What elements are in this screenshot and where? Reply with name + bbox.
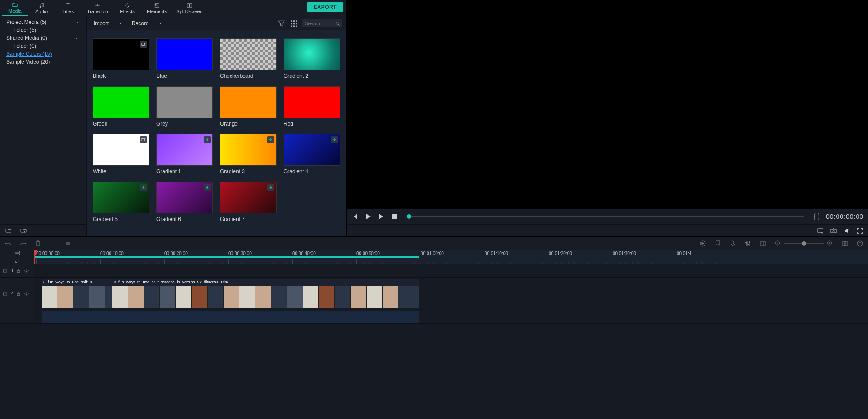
record-label: Record xyxy=(132,20,149,27)
media-tree-panel: Project Media (5)Folder (5)Shared Media … xyxy=(0,16,87,236)
tab-elements[interactable]: Elements xyxy=(140,0,173,16)
download-icon[interactable] xyxy=(204,136,211,143)
lock-icon[interactable] xyxy=(16,268,21,274)
track-header-3[interactable]: 3 xyxy=(0,264,34,277)
preview-controls: {} 00:00:00:00 xyxy=(347,209,868,224)
mark-in-out[interactable]: {} xyxy=(813,213,820,221)
thumbnail-item[interactable]: Gradient 3 xyxy=(220,134,277,175)
tree-item[interactable]: Sample Colors (15) xyxy=(4,50,83,58)
track-header-audio[interactable] xyxy=(0,310,34,323)
thumbnail-item[interactable]: Black xyxy=(93,38,149,79)
voiceover-icon[interactable] xyxy=(729,240,736,247)
undo-icon[interactable] xyxy=(4,240,11,247)
thumbnail-item[interactable]: Blue xyxy=(156,38,213,79)
thumbnail-item[interactable]: Gradient 2 xyxy=(284,38,340,79)
snapshot-icon[interactable] xyxy=(830,227,837,234)
thumbnail-item[interactable]: Orange xyxy=(220,86,277,127)
thumbnail-item[interactable]: Gradient 1 xyxy=(156,134,213,175)
zoom-fit-icon[interactable] xyxy=(841,240,849,247)
adjust-icon[interactable] xyxy=(64,240,72,247)
svg-rect-31 xyxy=(845,241,847,246)
work-area[interactable] xyxy=(34,256,419,258)
stop-icon[interactable] xyxy=(391,213,398,220)
download-icon[interactable] xyxy=(204,184,211,191)
download-icon[interactable] xyxy=(331,136,338,143)
new-folder-icon[interactable] xyxy=(4,227,12,235)
tab-effects[interactable]: Effects xyxy=(114,0,140,16)
tree-item[interactable]: Shared Media (0) xyxy=(4,34,83,42)
thumbnail-item[interactable]: Red xyxy=(284,86,340,127)
chevron-down-icon[interactable] xyxy=(75,19,79,24)
filter-icon[interactable] xyxy=(277,19,285,27)
volume-icon[interactable] xyxy=(843,227,850,234)
thumbnail-item[interactable]: Gradient 7 xyxy=(220,182,277,222)
marker-icon[interactable] xyxy=(714,240,721,247)
track-header-2[interactable]: 2 xyxy=(0,278,34,310)
tree-item[interactable]: Project Media (5) xyxy=(4,18,83,26)
record-dropdown[interactable]: Record xyxy=(129,19,165,27)
redo-icon[interactable] xyxy=(19,240,27,247)
video-clip[interactable]: 3_fun_ways_to_use_split_screens_in_versi… xyxy=(112,279,419,308)
thumbnail-item[interactable]: Green xyxy=(93,86,149,127)
tree-item[interactable]: Folder (5) xyxy=(4,26,83,34)
timeline-ruler[interactable]: 00:00:00:0000:00:10:0000:00:20:0000:00:3… xyxy=(34,250,868,264)
thumbnail-item[interactable]: Grey xyxy=(156,86,213,127)
add-icon[interactable] xyxy=(140,41,147,48)
download-icon[interactable] xyxy=(140,184,147,191)
tree-item[interactable]: Folder (0) xyxy=(4,42,83,50)
ruler-timestamp: 00:00:40:00 xyxy=(292,251,316,256)
tab-audio[interactable]: Audio xyxy=(28,0,55,16)
audio-mixer-icon[interactable] xyxy=(744,240,751,247)
preview-canvas[interactable] xyxy=(347,0,868,209)
thumbnail-item[interactable]: Gradient 5 xyxy=(93,182,149,222)
eye-icon[interactable] xyxy=(24,291,29,297)
play-icon[interactable] xyxy=(364,213,371,220)
zoom-in-icon[interactable] xyxy=(826,240,834,247)
zoom-slider[interactable] xyxy=(784,243,824,244)
export-button[interactable]: EXPORT xyxy=(307,2,343,12)
link-icon[interactable] xyxy=(14,258,20,264)
chevron-down-icon[interactable] xyxy=(75,35,79,40)
thumbnail-item[interactable]: Gradient 4 xyxy=(284,134,340,175)
ruler-timestamp: 00:01:10:00 xyxy=(485,251,508,256)
eye-icon[interactable] xyxy=(24,268,29,274)
tree-item[interactable]: Sample Video (20) xyxy=(4,58,83,66)
delete-icon[interactable] xyxy=(34,240,42,247)
download-icon[interactable] xyxy=(267,184,274,191)
crop-icon[interactable] xyxy=(759,240,766,247)
svg-point-40 xyxy=(26,293,27,294)
thumbnail-grid: BlackBlueCheckerboardGradient 2GreenGrey… xyxy=(87,30,346,236)
step-back-icon[interactable] xyxy=(351,213,358,220)
lock-icon[interactable] xyxy=(16,291,21,297)
svg-point-24 xyxy=(746,242,747,244)
video-clip[interactable]: 3_fun_ways_to_use_split_s xyxy=(42,279,112,308)
ruler-timestamp: 00:00:50:00 xyxy=(356,251,380,256)
render-icon[interactable] xyxy=(699,240,706,247)
preview-scrubber[interactable] xyxy=(407,216,804,217)
split-icon[interactable] xyxy=(49,240,57,247)
tab-titles[interactable]: Titles xyxy=(55,0,81,16)
svg-rect-7 xyxy=(293,20,295,22)
svg-rect-11 xyxy=(296,23,297,24)
import-dropdown[interactable]: Import xyxy=(91,19,125,27)
help-icon[interactable] xyxy=(857,240,864,247)
playhead[interactable] xyxy=(34,250,35,264)
thumbnail-label: Checkerboard xyxy=(220,73,277,79)
add-icon[interactable] xyxy=(140,136,147,143)
grid-view-icon[interactable] xyxy=(290,19,298,27)
snapshot-area-icon[interactable] xyxy=(817,227,824,234)
tab-transition[interactable]: Transition xyxy=(81,0,114,16)
zoom-out-icon[interactable] xyxy=(774,240,781,247)
fullscreen-icon[interactable] xyxy=(857,227,864,234)
audio-clip[interactable] xyxy=(42,311,419,323)
download-icon[interactable] xyxy=(267,136,274,143)
svg-rect-36 xyxy=(17,270,20,273)
tab-split-screen[interactable]: Split Screen xyxy=(173,0,206,16)
tab-media[interactable]: Media xyxy=(2,0,28,16)
thumbnail-item[interactable]: White xyxy=(93,134,149,175)
thumbnail-item[interactable]: Gradient 6 xyxy=(156,182,213,222)
new-folder-plus-icon[interactable] xyxy=(19,227,27,235)
step-forward-icon[interactable] xyxy=(378,213,385,220)
track-layout-icon[interactable] xyxy=(14,250,20,256)
thumbnail-item[interactable]: Checkerboard xyxy=(220,38,277,79)
